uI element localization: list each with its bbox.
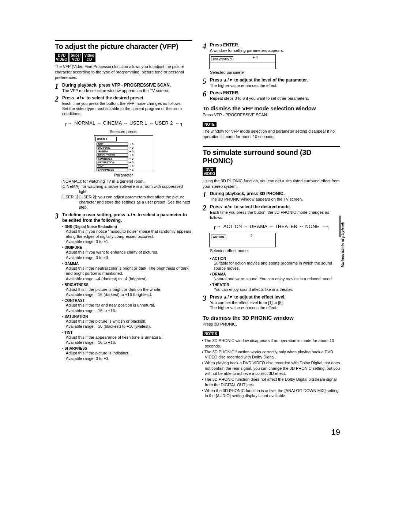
- caption-preset: Selected preset: [55, 129, 192, 134]
- step-heading: To define a user setting, press ▲/▼ to s…: [62, 212, 192, 223]
- mode-desc: Suitable for action movies and sports pr…: [214, 261, 340, 271]
- preset-descriptions: [NORMAL]: for watching TV in a general r…: [61, 179, 192, 210]
- parameter-item: DIGIPUREAdjust this if you want to enhan…: [62, 246, 192, 260]
- step-text: Set the video type most suitable to the …: [62, 106, 192, 117]
- mode-desc: Natural and warm sound. You can enjoy mo…: [214, 276, 340, 281]
- phonic-step-1: 1 During playback, press 3D PHONIC. The …: [203, 191, 340, 202]
- parameter-title: SHARPNESS: [62, 346, 192, 350]
- mode-title: ACTION: [210, 256, 340, 261]
- desc-user: [USER 1] [USER 2]: you can adjust parame…: [61, 194, 192, 210]
- osd-saturation: SATURATION + 4: [209, 54, 276, 69]
- step-heading: Press ◄/► to select the desired preset.: [62, 95, 192, 101]
- step-text: The higher value enhances the effect.: [210, 83, 340, 88]
- phonic-step-3: 3 Press ▲/▼ to adjust the effect level. …: [203, 294, 340, 311]
- table-row: GAMMA+ 0: [97, 150, 151, 153]
- step-number: 4: [203, 42, 210, 53]
- param-value: + 0: [128, 164, 151, 168]
- note-item: The 3D PHONIC function does not affect t…: [205, 377, 340, 387]
- side-tab-label: Various kinds of playback: [341, 222, 345, 267]
- left-column: To adjust the picture character (VFP) DV…: [55, 40, 192, 399]
- parameter-item: SATURATIONAdjust this if the picture is …: [62, 315, 192, 329]
- table-row: TINT+ 0: [97, 164, 151, 168]
- note-item: The 3D PHONIC window disappears if no op…: [205, 338, 340, 349]
- mode-desc: You can enjoy sound effects like in a th…: [214, 287, 340, 292]
- parameter-title: TINT: [62, 331, 192, 335]
- phonic-cycle: ┌→ACTION ↔ DRAMA ↔ THEATER ↔ NONE←┐: [203, 222, 340, 231]
- parameter-desc: Adjust this if the picture is whitish or…: [66, 319, 192, 329]
- mode-item: ACTIONSuitable for action movies and spo…: [210, 256, 340, 271]
- parameter-desc: Adjust this if the neutral color is brig…: [66, 266, 192, 281]
- right-column: 4 Press ENTER. A window for setting para…: [203, 40, 340, 399]
- step-text: The 3D PHONIC window appears on the TV s…: [210, 197, 340, 202]
- dismiss-phonic-heading: To dismiss the 3D PHONIC window: [203, 315, 340, 321]
- notes-list: The 3D PHONIC window disappears if no op…: [205, 338, 340, 398]
- param-name: GAMMA: [97, 150, 128, 153]
- table-header: USER 1: [95, 137, 117, 141]
- table-row: BRIGHTNESS+ 0: [97, 153, 151, 157]
- dismiss-vfp-body: Press VFP - PROGRESSIVE SCAN.: [203, 112, 340, 118]
- vfp-osd-table: USER 1 DNR+ 0DIGIPURE+ 0GAMMA+ 0BRIGHTNE…: [94, 135, 153, 172]
- step-text: A window for setting parameters appears.: [210, 48, 340, 53]
- osd-action: ACTION 4: [209, 233, 276, 247]
- badge-dvd-video: DVDVIDEO: [55, 53, 68, 62]
- parameter-list: DNR (Digital Noise Reduction)Adjust this…: [62, 225, 192, 361]
- page-number: 19: [0, 428, 395, 437]
- param-value: + 0: [128, 150, 151, 153]
- mode-title: THEATER: [210, 283, 340, 287]
- parameter-title: SATURATION: [62, 315, 192, 319]
- note-body: The window for VFP mode selection and pa…: [203, 129, 340, 140]
- parameter-desc: Adjust this if the appearance of flesh t…: [66, 335, 192, 345]
- step-heading: Press ▲/▼ to adjust the effect level.: [210, 294, 340, 300]
- step-number: 3: [55, 212, 62, 362]
- badge-row-2: DVDVIDEO: [203, 167, 340, 176]
- section-title-vfp: To adjust the picture character (VFP): [55, 40, 192, 51]
- step-heading: During playback, press 3D PHONIC.: [210, 191, 340, 197]
- step-text: The VFP mode selection window appears on…: [62, 88, 192, 93]
- table-row: DIGIPURE+ 0: [97, 146, 151, 149]
- param-name: SHARPNESS: [97, 168, 128, 171]
- step-text: Repeat steps 3 to 6 if you want to set o…: [210, 96, 340, 101]
- step-2: 2 Press ◄/► to select the desired preset…: [55, 95, 192, 117]
- badge-video-cd: VideoCD: [83, 53, 95, 62]
- step-heading: Press ENTER.: [210, 42, 340, 48]
- notes-tag: NOTES: [203, 331, 219, 336]
- param-value: + 3: [128, 168, 151, 171]
- parameter-title: DIGIPURE: [62, 246, 192, 250]
- param-name: BRIGHTNESS: [97, 153, 128, 157]
- parameter-title: DNR (Digital Noise Reduction): [62, 225, 192, 229]
- param-value: + 0: [128, 153, 151, 157]
- step-4: 4 Press ENTER. A window for setting para…: [203, 42, 340, 53]
- table-row: SHARPNESS+ 3: [97, 168, 151, 171]
- preset-cycle: ┌→NORMAL ↔ CINEMA ↔ USER 1 ↔ USER 2←┐: [55, 119, 192, 127]
- table-row: DNR+ 0: [97, 142, 151, 146]
- intro-text: The VFP (Video Fine Processor) function …: [55, 64, 192, 80]
- step-6: 6 Press ENTER. Repeat steps 3 to 6 if yo…: [203, 90, 340, 101]
- step-text: Each time you press the button, the 3D P…: [210, 210, 340, 220]
- osd-value: + 4: [235, 55, 275, 62]
- parameter-desc: Adjust this if the picture is indistinct…: [66, 350, 192, 361]
- step-number: 6: [203, 90, 210, 101]
- step-text: You can set the effect level from [1] to…: [210, 300, 340, 311]
- param-name: SATURATION: [97, 161, 128, 164]
- parameter-desc: Adjust this if you notice "mosquito nois…: [66, 229, 192, 244]
- step-number: 3: [203, 294, 210, 311]
- note-item: When playing back a DVD VIDEO disc recor…: [205, 360, 340, 376]
- parameter-item: GAMMAAdjust this if the neutral color is…: [62, 262, 192, 281]
- parameter-title: BRIGHTNESS: [62, 283, 192, 287]
- step-3: 3 To define a user setting, press ▲/▼ to…: [55, 212, 192, 362]
- badge-row: DVDVIDEO SuperVCD VideoCD: [55, 53, 192, 62]
- osd-caption: Selected effect mode: [210, 248, 340, 253]
- caption-parameter: Parameter: [55, 173, 192, 177]
- param-name: DIGIPURE: [97, 146, 128, 149]
- badge-super-vcd: SuperVCD: [69, 53, 82, 62]
- modes-list: ACTIONSuitable for action movies and spo…: [210, 256, 340, 292]
- table-row: SATURATION+ 0: [97, 161, 151, 164]
- param-name: TINT: [97, 164, 128, 168]
- dismiss-vfp-heading: To dismiss the VFP mode selection window: [203, 105, 340, 111]
- osd-label: ACTION: [211, 235, 226, 239]
- parameter-title: GAMMA: [62, 262, 192, 266]
- table-row: CONTRAST+ 0: [97, 157, 151, 160]
- parameter-item: DNR (Digital Noise Reduction)Adjust this…: [62, 225, 192, 244]
- osd-caption: Selected parameter: [210, 70, 340, 75]
- step-heading: Press ◄/► to select the desired mode.: [210, 204, 340, 210]
